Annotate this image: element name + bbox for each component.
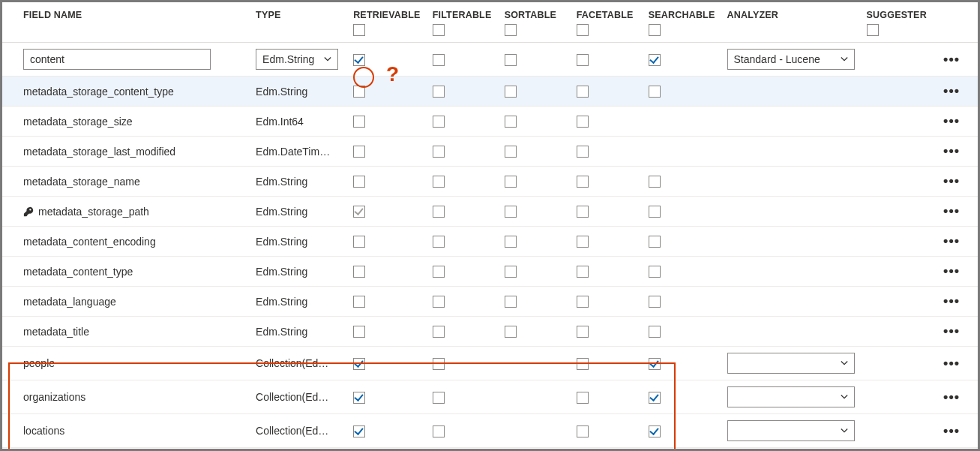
facetable-checkbox[interactable] <box>577 326 589 338</box>
row-more-button[interactable]: ••• <box>943 389 960 404</box>
selectall-suggester-checkbox[interactable] <box>867 24 879 36</box>
selectall-sortable-checkbox[interactable] <box>505 24 517 36</box>
retrievable-checkbox[interactable] <box>353 146 365 158</box>
field-name-label: metadata_storage_last_modified <box>2 137 250 167</box>
filterable-checkbox[interactable] <box>433 176 445 188</box>
type-label: Edm.Int64 <box>250 107 347 137</box>
filterable-checkbox[interactable] <box>433 266 445 278</box>
row-more-button[interactable]: ••• <box>943 83 960 98</box>
header-type: TYPE <box>250 2 347 23</box>
searchable-checkbox[interactable] <box>649 358 661 370</box>
selectall-retrievable-checkbox[interactable] <box>353 24 365 36</box>
filterable-checkbox[interactable] <box>433 54 445 66</box>
retrievable-checkbox[interactable] <box>353 206 365 218</box>
type-select[interactable]: Edm.String <box>256 49 338 70</box>
facetable-checkbox[interactable] <box>577 425 589 437</box>
row-more-button[interactable]: ••• <box>943 356 960 371</box>
searchable-checkbox[interactable] <box>649 326 661 338</box>
filterable-checkbox[interactable] <box>433 392 445 404</box>
searchable-checkbox[interactable] <box>649 425 661 437</box>
analyzer-select[interactable] <box>727 353 855 374</box>
row-more-button[interactable]: ••• <box>943 52 960 67</box>
retrievable-checkbox[interactable] <box>353 54 365 66</box>
retrievable-checkbox[interactable] <box>353 236 365 248</box>
row-more-button[interactable]: ••• <box>943 113 960 128</box>
field-name-label: metadata_storage_name <box>2 167 250 197</box>
facetable-checkbox[interactable] <box>577 358 589 370</box>
retrievable-checkbox[interactable] <box>353 392 365 404</box>
sortable-checkbox[interactable] <box>505 296 517 308</box>
field-name-label: people <box>2 347 250 380</box>
row-more-button[interactable]: ••• <box>943 203 960 218</box>
analyzer-select[interactable]: Standard - Lucene <box>727 49 855 70</box>
sortable-checkbox[interactable] <box>505 266 517 278</box>
row-more-button[interactable]: ••• <box>943 173 960 188</box>
table-row: metadata_storage_pathEdm.String••• <box>2 197 978 227</box>
searchable-checkbox[interactable] <box>649 54 661 66</box>
retrievable-checkbox[interactable] <box>353 86 365 98</box>
type-label: Collection(Ed… <box>250 414 347 448</box>
filterable-checkbox[interactable] <box>433 326 445 338</box>
filterable-checkbox[interactable] <box>433 206 445 218</box>
searchable-checkbox[interactable] <box>649 392 661 404</box>
sortable-checkbox[interactable] <box>505 116 517 128</box>
header-retrievable: RETRIEVABLE <box>347 2 427 23</box>
chevron-down-icon <box>324 56 331 63</box>
selectall-facetable-checkbox[interactable] <box>577 24 589 36</box>
field-name-label: organizations <box>2 380 250 414</box>
facetable-checkbox[interactable] <box>577 296 589 308</box>
facetable-checkbox[interactable] <box>577 206 589 218</box>
retrievable-checkbox[interactable] <box>353 176 365 188</box>
analyzer-select[interactable] <box>727 386 855 407</box>
searchable-checkbox[interactable] <box>649 176 661 188</box>
retrievable-checkbox[interactable] <box>353 358 365 370</box>
analyzer-select[interactable] <box>727 420 855 441</box>
selectall-filterable-checkbox[interactable] <box>433 24 445 36</box>
field-name-label: metadata_title <box>2 317 250 347</box>
header-searchable: SEARCHABLE <box>643 2 721 23</box>
selectall-searchable-checkbox[interactable] <box>649 24 661 36</box>
facetable-checkbox[interactable] <box>577 266 589 278</box>
facetable-checkbox[interactable] <box>577 392 589 404</box>
facetable-checkbox[interactable] <box>577 236 589 248</box>
sortable-checkbox[interactable] <box>505 176 517 188</box>
filterable-checkbox[interactable] <box>433 236 445 248</box>
filterable-checkbox[interactable] <box>433 86 445 98</box>
filterable-checkbox[interactable] <box>433 296 445 308</box>
field-name-label: metadata_storage_size <box>2 107 250 137</box>
filterable-checkbox[interactable] <box>433 358 445 370</box>
row-more-button[interactable]: ••• <box>943 293 960 308</box>
sortable-checkbox[interactable] <box>505 146 517 158</box>
searchable-checkbox[interactable] <box>649 296 661 308</box>
retrievable-checkbox[interactable] <box>353 116 365 128</box>
retrievable-checkbox[interactable] <box>353 326 365 338</box>
searchable-checkbox[interactable] <box>649 266 661 278</box>
facetable-checkbox[interactable] <box>577 54 589 66</box>
sortable-checkbox[interactable] <box>505 236 517 248</box>
retrievable-checkbox[interactable] <box>353 266 365 278</box>
facetable-checkbox[interactable] <box>577 146 589 158</box>
filterable-checkbox[interactable] <box>433 425 445 437</box>
searchable-checkbox[interactable] <box>649 206 661 218</box>
header-suggester: SUGGESTER <box>861 2 933 23</box>
searchable-checkbox[interactable] <box>649 236 661 248</box>
row-more-button[interactable]: ••• <box>943 263 960 278</box>
chevron-down-icon <box>841 427 848 434</box>
facetable-checkbox[interactable] <box>577 176 589 188</box>
sortable-checkbox[interactable] <box>505 86 517 98</box>
sortable-checkbox[interactable] <box>505 54 517 66</box>
row-more-button[interactable]: ••• <box>943 423 960 438</box>
row-more-button[interactable]: ••• <box>943 323 960 338</box>
filterable-checkbox[interactable] <box>433 116 445 128</box>
retrievable-checkbox[interactable] <box>353 425 365 437</box>
sortable-checkbox[interactable] <box>505 206 517 218</box>
retrievable-checkbox[interactable] <box>353 296 365 308</box>
row-more-button[interactable]: ••• <box>943 233 960 248</box>
row-more-button[interactable]: ••• <box>943 143 960 158</box>
sortable-checkbox[interactable] <box>505 326 517 338</box>
field-name-input[interactable] <box>23 49 211 70</box>
facetable-checkbox[interactable] <box>577 86 589 98</box>
searchable-checkbox[interactable] <box>649 86 661 98</box>
filterable-checkbox[interactable] <box>433 146 445 158</box>
facetable-checkbox[interactable] <box>577 116 589 128</box>
